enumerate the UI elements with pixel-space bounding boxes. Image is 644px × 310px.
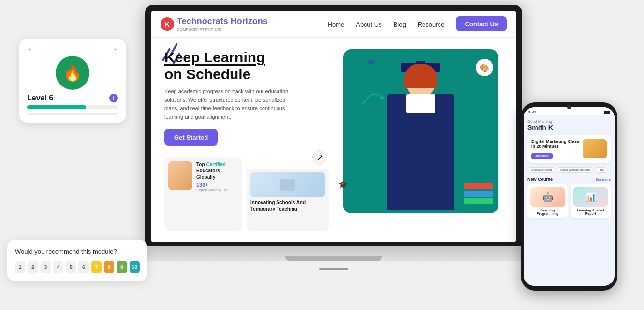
phone-content: Good Morning Smith K Digital Marketing C… [524,115,615,286]
graduate-figure [363,59,479,213]
recommend-card: Would you recommend this module? 1 2 3 4… [7,240,147,281]
phone-tag-digital[interactable]: DigitalMarketing [527,167,555,173]
hero-title-line2: on Schedule [164,66,250,82]
level-bar-secondary [27,113,118,115]
phone-join-button[interactable]: Join now [531,153,553,159]
hero-cards-row: Top Certified Educators Globally 136+ Ex… [164,157,329,231]
phone-tag-html[interactable]: Html [595,167,608,173]
school-card: Innovating Schools And Temporary Teachin… [247,169,329,231]
phone-time: 9:41 [528,110,536,114]
educator-card-text: Top Certified Educators Globally 136+ Ex… [196,161,238,192]
books-stack [464,183,493,204]
get-started-button[interactable]: Get Started [164,129,218,146]
hero-title: Keep Learning on Schedule [164,49,329,83]
phone-greeting: Good Morning [527,119,611,124]
nav-logo: K Technocrats Horizons COMPUCRYPT PVT. L… [161,16,268,32]
nav-link-resource[interactable]: Resource [418,21,445,28]
nav-item-about[interactable]: About Us [356,20,381,28]
rec-num-1[interactable]: 1 [15,261,25,273]
arrow-icon: ↗ [312,150,327,165]
rec-num-4[interactable]: 4 [53,261,63,273]
laptop-base [135,247,532,261]
grad-shirt [406,94,435,113]
phone-see-more[interactable]: See more [595,178,611,181]
educator-card-sub: Expert Already Us [196,188,238,192]
laptop-screen: K Technocrats Horizons COMPUCRYPT PVT. L… [151,11,516,242]
educator-image [168,161,192,190]
rec-num-10[interactable]: 10 [130,261,140,273]
info-icon: i [109,94,118,102]
logo-icon: K [161,17,174,31]
hero-right-col: 🎨 ✏ 🎓 [329,49,503,238]
educator-card: Top Certified Educators Globally 136+ Ex… [164,157,242,231]
level-label: Level 6 [27,94,53,102]
level-stars: ✦✦ [27,46,118,53]
nav-link-home[interactable]: Home [328,21,345,28]
phone-new-course-section: New Course See more [527,177,611,182]
phone-tag-java[interactable]: JavaSc [610,167,611,173]
laptop-device: K Technocrats Horizons COMPUCRYPT PVT. L… [135,5,532,285]
educator-count: 136+ [196,182,238,188]
nav-link-blog[interactable]: Blog [394,21,406,28]
phone-signal-icons: ▮▮▮ [604,110,610,114]
nav-item-home[interactable]: Home [328,20,345,28]
hero-title-line1: Keep Learning [164,49,265,65]
nav-item-resource[interactable]: Resource [418,20,445,28]
phone-course-2[interactable]: 📊 Learning Analyst Report [571,184,611,218]
school-card-image [250,172,325,197]
recommend-question: Would you recommend this module? [15,248,140,255]
nav-links: Home About Us Blog Resource Contact Us [328,16,507,31]
navbar: K Technocrats Horizons COMPUCRYPT PVT. L… [151,11,516,38]
hero-left-col: Keep Learning on Schedule Keep academic … [164,49,329,238]
phone-course-1[interactable]: 🤖 Learning Programming [527,184,568,218]
nav-link-about[interactable]: About Us [356,21,381,28]
rec-num-9[interactable]: 9 [117,261,127,273]
grad-hair [404,64,437,88]
rec-num-6[interactable]: 6 [78,261,88,273]
phone-user-name: Smith K [527,124,611,131]
hero-description: Keep academic progress on track with our… [164,87,300,121]
nav-item-blog[interactable]: Blog [394,20,406,28]
phone-camera [567,105,571,109]
level-progress-bar [27,105,118,109]
phone-courses-row: 🤖 Learning Programming 📊 Learning Analys… [527,184,611,218]
phone-new-course-label: New Course [527,177,553,182]
phone-featured-title: Digital Marketing Class In 20 Mintues [531,139,580,149]
educator-card-title: Top Certified Educators Globally [196,161,238,180]
logo-technocrats: Technocrats [177,16,228,26]
palette-icon: 🎨 [476,59,493,76]
phone-featured-card: Digital Marketing Class In 20 Mintues Jo… [527,135,611,163]
rec-num-3[interactable]: 3 [41,261,51,273]
phone-featured-image [583,139,607,158]
deco-arrow-curved [358,88,387,109]
laptop-hinge [319,268,348,270]
nav-item-contact[interactable]: Contact Us [456,16,507,31]
phone-device: 9:41 ▮▮▮ Good Morning Smith K Digital Ma… [521,102,617,291]
level-card: ✦✦ 🔥 Level 6 i [19,39,126,123]
rec-num-8[interactable]: 8 [104,261,114,273]
school-card-title: Innovating Schools And Temporary Teachin… [250,199,325,212]
fire-icon: 🔥 [56,56,89,90]
phone-tag-social[interactable]: Social MediaMarketing [557,167,593,173]
hero-section: Keep Learning on Schedule Keep academic … [151,38,516,242]
rec-num-2[interactable]: 2 [28,261,38,273]
deco-hat: 🎓 [338,180,348,189]
graduate-bg: 🎨 [343,49,498,213]
recommend-number-row: 1 2 3 4 5 6 7 8 9 10 [15,261,140,273]
phone-screen: 9:41 ▮▮▮ Good Morning Smith K Digital Ma… [524,107,615,286]
deco-pencil: ✏ [367,56,376,68]
contact-us-button[interactable]: Contact Us [456,16,507,31]
phone-tags-row: DigitalMarketing Social MediaMarketing H… [527,167,611,173]
phone-course-1-title: Learning Programming [530,209,565,215]
phone-course-1-image: 🤖 [530,187,565,207]
laptop-bezel: K Technocrats Horizons COMPUCRYPT PVT. L… [145,5,522,246]
level-bar-fill [27,105,86,109]
rec-num-5[interactable]: 5 [66,261,76,273]
phone-course-2-title: Learning Analyst Report [573,209,608,215]
phone-course-2-image: 📊 [573,187,608,207]
rec-num-7[interactable]: 7 [91,261,102,273]
logo-text: Technocrats Horizons [177,16,268,26]
logo-horizons: Horizons [228,16,268,26]
logo-subtitle: COMPUCRYPT PVT. LTD. [177,28,268,32]
